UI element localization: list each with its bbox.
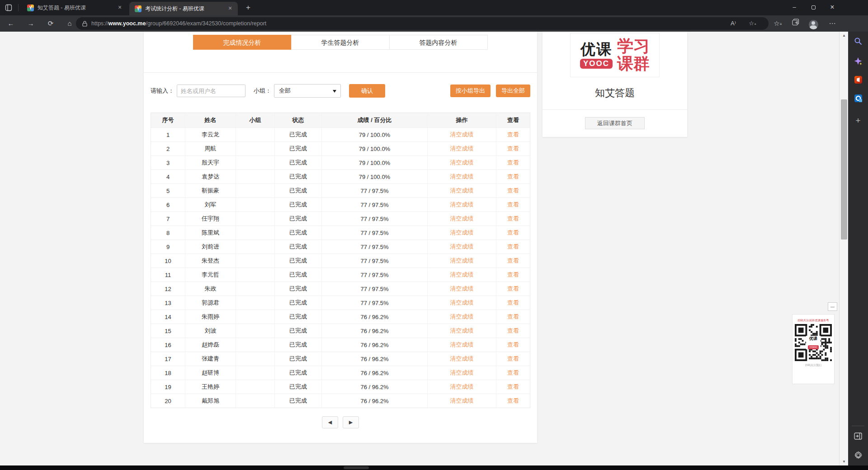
restore-button[interactable] [804, 0, 823, 15]
sidebar-panel-icon[interactable] [853, 432, 863, 443]
clear-score-link[interactable]: 清空成绩 [450, 355, 474, 363]
profile-avatar[interactable] [807, 19, 819, 29]
view-link[interactable]: 查看 [507, 313, 519, 321]
collapse-widget-button[interactable] [828, 302, 837, 311]
close-window-button[interactable]: × [823, 0, 842, 15]
sidebar-add-icon[interactable]: + [853, 115, 863, 126]
collections-icon[interactable] [790, 18, 802, 29]
score-cell: 77 / 97.5% [322, 296, 428, 310]
view-link[interactable]: 查看 [507, 341, 519, 349]
view-link[interactable]: 查看 [507, 271, 519, 279]
action-cell: 清空成绩 [428, 310, 496, 324]
address-bar[interactable]: https://www.yooc.me/group/6692046/exam/3… [76, 17, 769, 30]
clear-score-link[interactable]: 清空成绩 [450, 327, 474, 335]
name-cell: 赵研博 [185, 366, 236, 380]
clear-score-link[interactable]: 清空成绩 [450, 229, 474, 237]
outlook-icon[interactable] [853, 94, 863, 105]
tab-answer-content[interactable]: 答题内容分析 [389, 35, 488, 50]
clear-score-link[interactable]: 清空成绩 [450, 173, 474, 181]
tab-actions-icon[interactable] [5, 4, 12, 11]
confirm-button[interactable]: 确认 [349, 84, 385, 98]
no-cell: 18 [151, 366, 185, 380]
view-link[interactable]: 查看 [507, 397, 519, 405]
table-header: 序号姓名小组状态成绩 / 百分比操作查看 [151, 113, 530, 127]
clear-score-link[interactable]: 清空成绩 [450, 299, 474, 307]
scroll-up-icon[interactable]: ▲ [840, 33, 849, 38]
clear-score-link[interactable]: 清空成绩 [450, 397, 474, 405]
export-by-group-button[interactable]: 按小组导出 [450, 85, 491, 97]
clear-score-link[interactable]: 清空成绩 [450, 257, 474, 265]
back-icon[interactable]: ← [5, 18, 16, 29]
view-link[interactable]: 查看 [507, 243, 519, 251]
clear-score-link[interactable]: 清空成绩 [450, 313, 474, 321]
browser-tab-inactive[interactable]: Y 知艾答题 - 易班优课 × [22, 0, 127, 15]
export-all-button[interactable]: 导出全部 [496, 85, 530, 97]
scroll-down-icon[interactable]: ▼ [840, 460, 849, 464]
clear-score-link[interactable]: 清空成绩 [450, 201, 474, 209]
clear-score-link[interactable]: 清空成绩 [450, 285, 474, 293]
refresh-icon[interactable]: ⟳ [45, 18, 56, 29]
forward-icon[interactable]: → [25, 18, 36, 29]
table-row: 18赵研博已完成76 / 96.2%清空成绩查看 [151, 366, 530, 380]
clear-score-link[interactable]: 清空成绩 [450, 341, 474, 349]
group-cell [236, 156, 275, 169]
status-cell: 已完成 [275, 212, 322, 226]
page-scrollbar[interactable]: ▲ ▼ [839, 32, 848, 465]
clear-score-link[interactable]: 清空成绩 [450, 159, 474, 167]
group-select[interactable]: 全部 [274, 84, 341, 98]
view-link[interactable]: 查看 [507, 229, 519, 237]
page-content: 完成情况分析 学生答题分析 答题内容分析 请输入： 小组： 全部 确认 按小组导… [0, 32, 839, 465]
view-link[interactable]: 查看 [507, 215, 519, 223]
name-cell: 陈里斌 [185, 226, 236, 240]
view-link[interactable]: 查看 [507, 383, 519, 391]
view-link[interactable]: 查看 [507, 299, 519, 307]
clear-score-link[interactable]: 清空成绩 [450, 131, 474, 139]
sidebar-settings-icon[interactable] [853, 451, 863, 462]
header-cell: 姓名 [185, 113, 236, 127]
clear-score-link[interactable]: 清空成绩 [450, 243, 474, 251]
favorites-icon[interactable]: ☆≡ [771, 18, 783, 29]
tab-completion-analysis[interactable]: 完成情况分析 [193, 35, 292, 50]
view-link[interactable]: 查看 [507, 173, 519, 181]
prev-page-button[interactable]: ◀ [322, 416, 338, 428]
view-link[interactable]: 查看 [507, 257, 519, 265]
minimize-button[interactable]: – [785, 0, 804, 15]
next-page-button[interactable]: ▶ [343, 416, 359, 428]
clear-score-link[interactable]: 清空成绩 [450, 383, 474, 391]
view-link[interactable]: 查看 [507, 327, 519, 335]
clear-score-link[interactable]: 清空成绩 [450, 215, 474, 223]
read-aloud-icon[interactable]: A⁾ [728, 19, 739, 28]
name-cell: 刘前进 [185, 240, 236, 254]
name-cell: 周航 [185, 142, 236, 155]
browser-tab-active[interactable]: Y 考试统计分析 - 易班优课 × [129, 2, 238, 15]
group-cell [236, 268, 275, 282]
clear-score-link[interactable]: 清空成绩 [450, 187, 474, 195]
new-tab-button[interactable]: + [243, 3, 253, 13]
settings-more-icon[interactable]: ⋯ [826, 18, 838, 29]
back-to-group-home-button[interactable]: 返回课群首页 [585, 117, 645, 129]
scrollbar-thumb[interactable] [841, 99, 847, 240]
clear-score-link[interactable]: 清空成绩 [450, 369, 474, 377]
view-link[interactable]: 查看 [507, 201, 519, 209]
view-link[interactable]: 查看 [507, 369, 519, 377]
sidebar-search-icon[interactable] [853, 37, 863, 48]
copilot-icon[interactable] [853, 56, 863, 67]
add-favorite-icon[interactable]: ☆+ [746, 19, 757, 28]
lock-icon [82, 21, 87, 27]
view-link[interactable]: 查看 [507, 159, 519, 167]
status-cell: 已完成 [275, 282, 322, 296]
tab-close-icon[interactable]: × [116, 4, 124, 12]
view-link[interactable]: 查看 [507, 285, 519, 293]
view-link[interactable]: 查看 [507, 355, 519, 363]
tab-close-icon[interactable]: × [226, 5, 234, 13]
view-link[interactable]: 查看 [507, 187, 519, 195]
home-icon[interactable]: ⌂ [64, 18, 75, 29]
view-link[interactable]: 查看 [507, 131, 519, 139]
clear-score-link[interactable]: 清空成绩 [450, 145, 474, 153]
tab-student-answers[interactable]: 学生答题分析 [291, 35, 390, 50]
action-cell: 清空成绩 [428, 156, 496, 169]
name-search-input[interactable] [177, 85, 245, 97]
clear-score-link[interactable]: 清空成绩 [450, 271, 474, 279]
view-link[interactable]: 查看 [507, 145, 519, 153]
office-icon[interactable] [853, 75, 863, 86]
